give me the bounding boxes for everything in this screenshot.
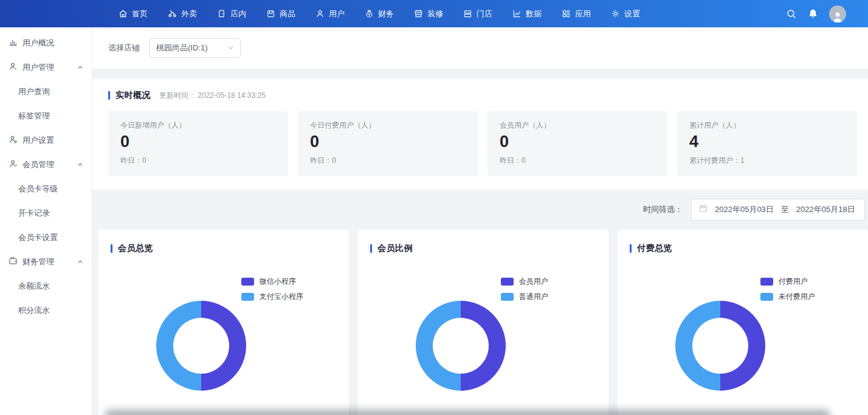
store-select-value: 桃园尚品(ID:1) [156,43,227,53]
range-start-date[interactable]: 2022年05月03日 [715,204,774,215]
sidebar-item-label: 用户管理 [22,62,77,73]
chart-legend: 会员用户 普通用户 [501,276,548,307]
nav-item-label: 商品 [280,9,295,19]
update-time-label: 更新时间： [159,91,196,100]
nav-item-takeout[interactable]: 外卖 [168,9,197,19]
nav-item-shop[interactable]: 门店 [463,9,492,19]
date-range-picker[interactable]: 2022年05月03日 至 2022年05月18日 [691,199,865,221]
nav-item-apps[interactable]: 应用 [562,9,591,19]
legend-swatch [760,278,773,286]
nav-item-goods[interactable]: 商品 [266,9,295,19]
title-accent-bar [111,244,112,253]
legend-label: 支付宝小程序 [260,292,303,302]
chevron-up-icon [77,258,83,267]
sidebar: 用户概况 用户管理 用户查询 标签管理 用户设置 会员管理 会员卡等级 开卡记录… [0,27,92,415]
sidebar-item-member-management[interactable]: 会员管理 [0,153,92,177]
home-icon [119,9,128,18]
sidebar-item-member-card-level[interactable]: 会员卡等级 [0,177,92,201]
legend-item[interactable]: 支付宝小程序 [241,292,303,302]
chevron-down-icon [227,43,234,53]
sidebar-item-label: 积分流水 [18,305,83,316]
chart-panel-member-ratio: 会员比例 会员用户 普通用户 [358,230,608,415]
sidebar-item-label: 会员管理 [22,159,77,170]
legend-label: 未付费用户 [779,292,815,302]
store-select[interactable]: 桃园尚品(ID:1) [150,38,241,58]
legend-item[interactable]: 微信小程序 [241,276,303,287]
chart-title-row: 会员总览 [111,243,337,254]
nav-item-label: 用户 [329,9,345,19]
sidebar-item-points-flow[interactable]: 积分流水 [0,298,92,323]
title-accent-bar [370,244,372,253]
title-accent-bar [630,244,632,253]
nav-item-settings[interactable]: 设置 [611,9,640,19]
time-filter-row: 时间筛选： 2022年05月03日 至 2022年05月18日 [92,190,868,230]
stat-value: 0 [500,133,655,151]
nav-item-label: 门店 [477,9,492,19]
legend-item[interactable]: 未付费用户 [760,292,815,302]
stat-value: 0 [120,133,276,151]
nav-item-instore[interactable]: 店内 [217,9,246,19]
sidebar-item-member-card-settings[interactable]: 会员卡设置 [0,225,92,250]
settings-icon [611,9,620,18]
notification-bell-icon[interactable] [808,9,818,19]
data-icon [512,9,522,18]
sidebar-item-card-open-records[interactable]: 开卡记录 [0,201,92,225]
legend-item[interactable]: 会员用户 [501,276,548,287]
legend-item[interactable]: 普通用户 [501,292,548,302]
stat-sub: 累计付费用户：1 [689,156,845,166]
chart-title-row: 付费总览 [630,243,856,254]
shop-icon [463,9,472,18]
wallet-icon [9,256,18,267]
nav-item-label: 应用 [575,9,591,19]
range-end-date[interactable]: 2022年05月18日 [796,204,855,215]
update-time: 更新时间： 2022-05-18 14:33:25 [159,91,266,101]
donut-chart-payment-overview [675,301,765,391]
sidebar-item-user-management[interactable]: 用户管理 [0,55,92,80]
legend-swatch [241,293,254,301]
update-time-value: 2022-05-18 14:33:25 [198,91,265,100]
nav-item-data[interactable]: 数据 [512,9,542,19]
stat-sub: 昨日：0 [500,156,655,166]
user-settings-icon [9,135,18,146]
finance-icon [365,9,374,18]
nav-item-user[interactable]: 用户 [315,9,345,19]
top-navbar: 首页 外卖 店内 商品 用户 财务 装修 门店 [0,0,868,27]
sidebar-item-finance-management[interactable]: 财务管理 [0,250,92,274]
legend-item[interactable]: 付费用户 [760,276,815,287]
stat-card-paying-users-today: 今日付费用户（人） 0 昨日：0 [298,111,478,176]
instore-icon [217,9,226,18]
main-content: 选择店铺 桃园尚品(ID:1) 实时概况 更新时间： 2022-05-18 14… [92,27,868,415]
chart-legend: 微信小程序 支付宝小程序 [241,276,303,307]
sidebar-item-label: 标签管理 [18,111,83,122]
nav-item-label: 首页 [132,9,148,19]
legend-label: 微信小程序 [260,276,296,287]
realtime-title-row: 实时概况 更新时间： 2022-05-18 14:33:25 [108,90,857,101]
chart-title: 付费总览 [637,243,672,254]
sidebar-item-user-overview[interactable]: 用户概况 [0,31,92,55]
user-avatar[interactable] [829,5,846,22]
takeout-icon [168,9,177,18]
nav-item-label: 装修 [427,9,443,19]
nav-item-decoration[interactable]: 装修 [414,9,443,19]
stat-value: 4 [689,133,845,151]
stat-card-total-users: 累计用户（人） 4 累计付费用户：1 [677,111,857,176]
realtime-title: 实时概况 [115,90,151,101]
legend-swatch [760,293,773,301]
sidebar-item-user-settings[interactable]: 用户设置 [0,128,92,153]
chart-title: 会员总览 [118,243,153,254]
sidebar-item-tag-management[interactable]: 标签管理 [0,104,92,128]
nav-item-label: 店内 [230,9,246,19]
sidebar-item-balance-flow[interactable]: 余额流水 [0,274,92,298]
legend-swatch [501,293,514,301]
realtime-overview-panel: 实时概况 更新时间： 2022-05-18 14:33:25 今日新增用户（人）… [92,79,868,190]
chart-panel-member-overview: 会员总览 微信小程序 支付宝小程序 [98,230,349,415]
sidebar-item-label: 用户查询 [18,86,83,97]
nav-item-finance[interactable]: 财务 [365,9,394,19]
search-icon[interactable] [786,9,797,19]
nav-item-label: 财务 [378,9,394,19]
stat-label: 今日新增用户（人） [120,120,276,131]
calendar-icon [699,204,715,215]
nav-item-home[interactable]: 首页 [119,9,148,19]
user-manage-icon [9,62,18,73]
sidebar-item-user-query[interactable]: 用户查询 [0,80,92,104]
